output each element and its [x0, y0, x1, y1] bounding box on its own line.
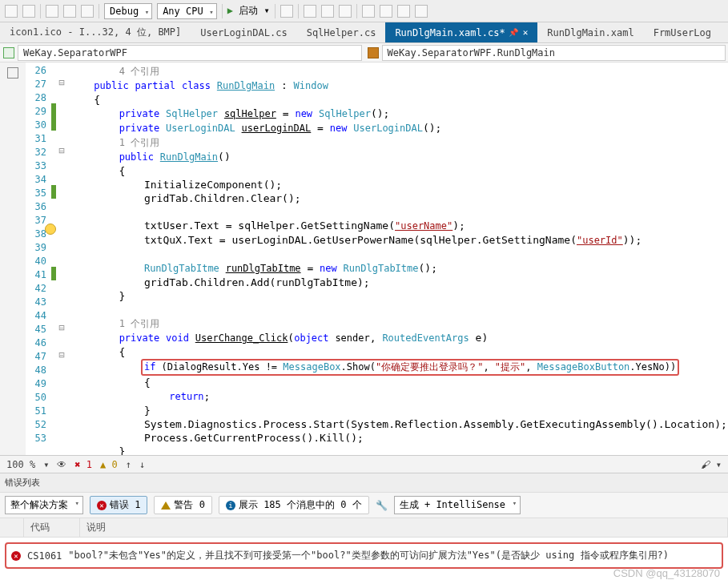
- col-desc[interactable]: 说明: [80, 518, 728, 537]
- toolbar-icon[interactable]: [321, 5, 334, 18]
- watermark: CSDN @qq_43128070: [613, 567, 720, 579]
- tab-label: RunDlgMain.xaml: [547, 27, 633, 38]
- toolbar-icon[interactable]: [339, 5, 352, 18]
- toolbar-separator: [222, 4, 223, 18]
- info-icon: i: [226, 501, 235, 510]
- build-filter-icon[interactable]: 🔧: [376, 500, 388, 511]
- close-icon[interactable]: ✕: [523, 27, 529, 38]
- class-combo[interactable]: WeKay.SeparatorWPF.RunDlgMain: [382, 45, 726, 61]
- code-area[interactable]: 4 个引用 public partial class RunDlgMain : …: [67, 62, 728, 455]
- tab-label: UserLoginDAL.cs: [200, 27, 287, 38]
- play-icon: ▶: [227, 5, 239, 16]
- toolbar-icon[interactable]: [397, 5, 410, 18]
- filter-label: 错误 1: [110, 498, 140, 512]
- error-row[interactable]: ✕ CS1061 "bool?"未包含"Yes"的定义，并且找不到可接受第一个"…: [5, 542, 723, 569]
- csharp-icon: [3, 47, 14, 58]
- toolbar-icon[interactable]: [380, 5, 392, 18]
- error-list-panel: 错误列表 整个解决方案 ✕错误 1 警告 0 i展示 185 个消息中的 0 个…: [0, 473, 728, 569]
- toolbar-separator: [275, 4, 276, 18]
- toolbar-separator: [40, 4, 41, 18]
- toolbar-separator: [99, 4, 99, 18]
- toolbar-separator: [298, 4, 299, 18]
- error-desc: "bool?"未包含"Yes"的定义，并且找不到可接受第一个"bool?"类型参…: [68, 549, 669, 562]
- warnings-filter[interactable]: 警告 0: [154, 496, 211, 514]
- zoom-level[interactable]: 100 %: [6, 459, 35, 470]
- toolbar-icon[interactable]: [46, 5, 58, 18]
- run-button[interactable]: ▶ 启动 ▾: [227, 4, 270, 18]
- toolbar-icon[interactable]: [280, 5, 293, 18]
- main-toolbar: Debug Any CPU ▶ 启动 ▾: [0, 0, 728, 22]
- platform-combo[interactable]: Any CPU: [157, 3, 217, 19]
- nav-up[interactable]: ↑: [126, 459, 131, 470]
- build-combo[interactable]: 生成 + IntelliSense: [394, 496, 521, 514]
- col-code[interactable]: 代码: [24, 518, 80, 537]
- error-list-header: 代码 说明: [0, 518, 728, 538]
- tab-label: RunDlgMain.xaml.cs*: [395, 27, 505, 38]
- namespace-combo[interactable]: WeKay.SeparatorWPF: [18, 45, 362, 61]
- toolbar-icon[interactable]: [304, 5, 316, 18]
- toolbar-icon[interactable]: [5, 5, 18, 18]
- line-numbers: 2627282930313233343536373839404142434445…: [26, 62, 51, 455]
- tab-label: icon1.ico - I...32, 4 位, BMP]: [10, 26, 181, 39]
- tab-icon1[interactable]: icon1.ico - I...32, 4 位, BMP]: [0, 22, 191, 42]
- navigation-bar: WeKay.SeparatorWPF WeKay.SeparatorWPF.Ru…: [0, 43, 728, 62]
- brush-icon[interactable]: 🖌 ▾: [701, 459, 722, 470]
- indicator-margin: [0, 62, 26, 455]
- lightbulb-icon[interactable]: [45, 224, 56, 235]
- tab-rundlgmain-xaml[interactable]: RunDlgMain.xaml: [537, 22, 643, 42]
- document-tabs: icon1.ico - I...32, 4 位, BMP] UserLoginD…: [0, 22, 728, 43]
- pin-icon[interactable]: 📌: [509, 28, 518, 37]
- error-list-title: 错误列表: [0, 473, 728, 493]
- margin-icon[interactable]: [7, 67, 18, 79]
- tab-sqlhelper[interactable]: SqlHelper.cs: [297, 22, 386, 42]
- error-list-toolbar: 整个解决方案 ✕错误 1 警告 0 i展示 185 个消息中的 0 个 🔧 生成…: [0, 493, 728, 518]
- run-label: 启动: [239, 5, 258, 16]
- scope-combo[interactable]: 整个解决方案: [5, 496, 83, 514]
- col-icon[interactable]: [0, 518, 24, 537]
- toolbar-icon[interactable]: [362, 5, 375, 18]
- toolbar-icon[interactable]: [81, 5, 94, 18]
- class-icon: [368, 47, 379, 58]
- errors-filter[interactable]: ✕错误 1: [90, 496, 147, 514]
- toolbar-separator: [356, 4, 357, 18]
- filter-label: 警告 0: [174, 498, 204, 512]
- tab-frmuserlog[interactable]: FrmUserLog: [644, 22, 721, 42]
- error-code: CS1061: [27, 550, 62, 562]
- error-icon: ✕: [11, 551, 21, 561]
- error-icon: ✕: [97, 501, 107, 510]
- tab-label: SqlHelper.cs: [307, 27, 376, 38]
- tab-rundlgmain-cs[interactable]: RunDlgMain.xaml.cs*📌✕: [385, 22, 537, 42]
- error-count[interactable]: ✖ 1: [74, 459, 92, 470]
- health-icon[interactable]: 👁: [57, 459, 66, 470]
- warning-icon: [161, 501, 171, 509]
- toolbar-icon[interactable]: [22, 5, 35, 18]
- toolbar-icon[interactable]: [415, 5, 428, 18]
- tab-label: FrmUserLog: [654, 27, 711, 38]
- editor-statusbar: 100 %▾ 👁 ✖ 1 ▲ 0 ↑ ↓ 🖌 ▾: [0, 455, 728, 473]
- config-combo[interactable]: Debug: [104, 3, 152, 19]
- tab-userlogindal[interactable]: UserLoginDAL.cs: [191, 22, 296, 42]
- nav-down[interactable]: ↓: [139, 459, 145, 470]
- toolbar-icon[interactable]: [63, 5, 76, 18]
- outline-margin[interactable]: ⊟⊟⊟⊟: [56, 62, 67, 455]
- warning-count[interactable]: ▲ 0: [100, 459, 118, 470]
- code-editor[interactable]: 2627282930313233343536373839404142434445…: [0, 62, 728, 455]
- messages-filter[interactable]: i展示 185 个消息中的 0 个: [219, 496, 369, 514]
- filter-label: 展示 185 个消息中的 0 个: [239, 498, 362, 512]
